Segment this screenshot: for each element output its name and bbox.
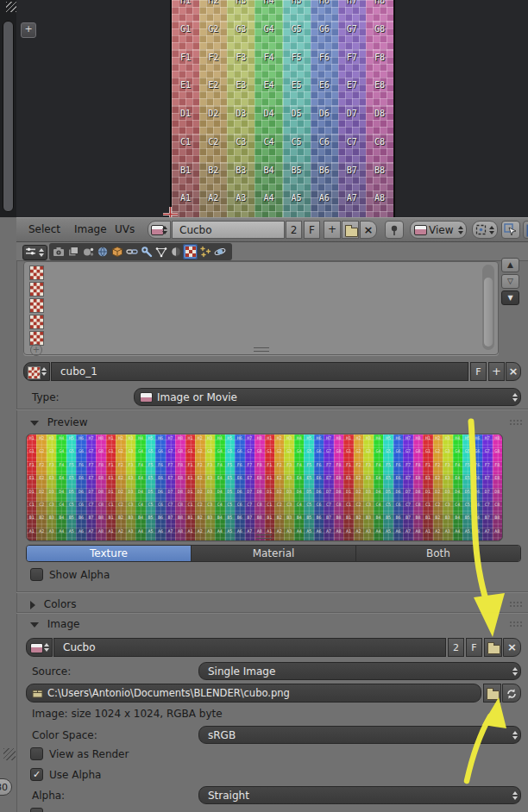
view-mode-dropdown[interactable]: View [410, 221, 467, 239]
colorgrid-cell: C1 [106, 501, 116, 514]
image-name-field-props[interactable]: Cucbo [53, 638, 446, 657]
slot-specials-menu-button[interactable]: ▼ [501, 290, 519, 305]
colorgrid-cell: G3 [284, 447, 293, 460]
slot-move-up-button[interactable]: ▲ [501, 258, 519, 272]
colorgrid-cell: E6 [314, 474, 324, 487]
preview-panel-header[interactable]: Preview [30, 416, 88, 428]
image-name-field[interactable]: Cucbo [172, 221, 285, 239]
panel-drag-handle[interactable] [509, 419, 523, 425]
filepath-field[interactable]: C:\Users\Antonio\Documents\BLENDER\cubo.… [26, 684, 481, 703]
colorgrid-cell: E6 [393, 474, 403, 487]
panel-drag-handle[interactable] [509, 601, 523, 607]
pivot-point-dropdown[interactable] [472, 221, 498, 239]
colorgrid-cell: H6 [473, 434, 482, 447]
editor-type-selector[interactable] [22, 245, 47, 260]
image-unlink-button[interactable]: × [503, 638, 521, 657]
region-resize-grip[interactable] [3, 748, 16, 760]
texture-name-field[interactable]: cubo_1 [51, 362, 468, 381]
colorgrid-cell: H4 [294, 434, 304, 447]
pixel-grid-button[interactable] [523, 221, 528, 239]
image-users-count-button[interactable]: 2 [448, 638, 464, 657]
tab-physics[interactable] [212, 244, 227, 259]
colors-panel-header[interactable]: Colors [30, 598, 76, 610]
texture-unlink-button[interactable]: × [506, 362, 521, 381]
image-open-button[interactable] [484, 638, 502, 657]
new-image-button[interactable]: + [324, 221, 341, 239]
tab-scene[interactable] [80, 244, 95, 259]
preview-texture-button[interactable]: Texture [27, 546, 192, 561]
fake-user-button[interactable]: F [304, 221, 320, 239]
colorgrid-cell: H6 [314, 434, 324, 447]
tab-object[interactable] [110, 244, 124, 259]
texture-slot-list[interactable]: + [23, 261, 499, 355]
image-browse-button-props[interactable] [26, 638, 53, 657]
list-scrollbar[interactable] [482, 265, 494, 350]
filepath-browse-button[interactable] [483, 684, 501, 703]
tab-constraints[interactable] [124, 244, 139, 259]
texture-fake-user-button[interactable]: F [470, 362, 487, 381]
colorgrid-cell: C6 [235, 501, 244, 514]
show-alpha-checkbox[interactable] [30, 568, 43, 581]
menu-image[interactable]: Image [74, 223, 107, 235]
pin-button[interactable] [385, 221, 404, 239]
colorgrid-cell: G8 [96, 447, 105, 460]
colorgrid-cell: E6 [473, 474, 482, 487]
texture-slot-item[interactable] [29, 282, 44, 297]
uv-editor-header: Select Image UVs Cucbo 2 F + × View [16, 217, 528, 242]
clipped-checkbox[interactable] [30, 808, 43, 812]
texture-slot-item[interactable] [29, 265, 44, 280]
slot-move-down-button[interactable]: ▽ [501, 274, 519, 289]
colorgrid-cell: A2 [195, 528, 204, 540]
view-as-render-checkbox[interactable] [30, 747, 43, 760]
image-fake-user-button[interactable]: F [466, 638, 482, 657]
use-alpha-checkbox[interactable]: ✓ [30, 768, 43, 781]
texture-browse-button[interactable] [23, 362, 50, 381]
chevron-updown-icon [44, 643, 49, 652]
source-dropdown[interactable]: Single Image [198, 662, 521, 680]
show-alpha-label: Show Alpha [49, 569, 110, 581]
image-browse-button[interactable] [148, 221, 171, 239]
preview-material-button[interactable]: Material [192, 546, 356, 561]
panel-drag-handle[interactable] [509, 621, 523, 627]
tab-particles[interactable] [198, 244, 212, 259]
type-dropdown[interactable]: Image or Movie [134, 388, 521, 406]
texture-new-button[interactable]: + [488, 362, 505, 381]
image-panel-header[interactable]: Image [30, 618, 79, 630]
color-space-dropdown[interactable]: sRGB [198, 726, 521, 744]
users-count-button[interactable]: 2 [286, 221, 302, 239]
alpha-dropdown[interactable]: Straight [198, 786, 521, 804]
colorgrid-cell: A1 [27, 528, 36, 540]
tab-object-data[interactable] [154, 244, 168, 259]
colorgrid-cell: B4 [215, 514, 224, 527]
menu-uvs[interactable]: UVs [115, 223, 135, 235]
menu-select[interactable]: Select [28, 223, 60, 235]
preview-both-button[interactable]: Both [356, 546, 520, 561]
unlink-image-button[interactable]: × [360, 221, 377, 239]
colorgrid-cell: C5 [383, 501, 393, 514]
list-resize-grip[interactable] [254, 347, 269, 352]
image-reload-button[interactable] [502, 684, 521, 703]
tab-texture[interactable] [183, 244, 198, 259]
toolbar-expand-button[interactable]: + [21, 22, 36, 38]
list-scrollbar-thumb[interactable] [484, 278, 493, 347]
uv-sync-select-button[interactable] [501, 221, 520, 239]
colorgrid-cell: A4 [215, 528, 224, 540]
tab-world[interactable] [95, 244, 110, 259]
colorgrid-cell: C3 [47, 501, 56, 514]
texture-slot-item[interactable] [29, 315, 44, 329]
colorgrid-cell: B1 [106, 514, 116, 527]
colorgrid-cell: G2 [195, 447, 204, 460]
colorgrid-cell: E3 [284, 474, 293, 487]
tab-render[interactable] [51, 244, 66, 259]
tab-modifiers[interactable] [139, 244, 154, 259]
uv-image-editor-viewport[interactable]: + H1H2H3H4H5H6H7H8G1G2G3G4G5G6G7G8F1F2F3… [16, 0, 528, 217]
left-region-scrollbar[interactable] [3, 21, 14, 212]
texture-slot-item[interactable] [29, 298, 44, 313]
panel-collapsed-icon [30, 601, 35, 609]
open-image-button[interactable] [342, 221, 359, 239]
preview-resize-grip[interactable] [256, 534, 272, 539]
colorgrid-cell: D8 [96, 488, 105, 501]
tab-render-layers[interactable] [66, 244, 80, 259]
tab-material[interactable] [168, 244, 183, 259]
region-resize-grip[interactable] [6, 2, 16, 12]
